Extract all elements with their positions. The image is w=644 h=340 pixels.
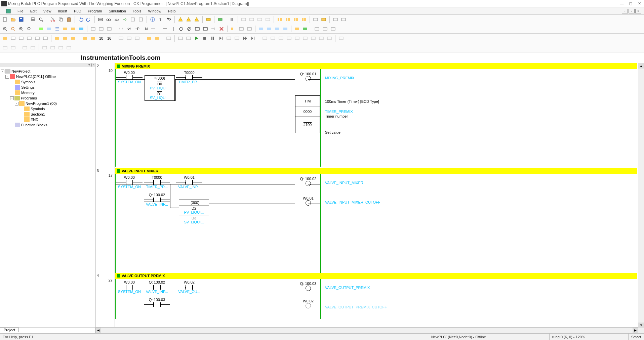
menu-file[interactable]: File <box>14 7 27 14</box>
toolbar-btn-35[interactable] <box>274 25 281 33</box>
toolbar-btn-34[interactable] <box>266 25 273 33</box>
goto-icon[interactable] <box>121 16 128 23</box>
contact-n-icon[interactable]: ↓N <box>142 25 149 33</box>
toolbar-btn-a25[interactable] <box>261 35 269 42</box>
toolbar-btn-a26[interactable] <box>269 35 277 42</box>
toolbar-btn-27[interactable] <box>150 25 157 33</box>
pause2-icon[interactable] <box>209 35 216 42</box>
rung3-contact-valve-inp[interactable]: W0.01/VALVE_INP... <box>176 175 202 189</box>
rung4-contact-valve-out[interactable]: W0.02/VALVE_OU... <box>176 280 202 294</box>
toolbar-btn-25[interactable] <box>97 25 105 33</box>
menu-help[interactable]: Help <box>165 7 179 14</box>
toolbar-btn-a5[interactable] <box>34 35 41 42</box>
toolbar-btn-26[interactable] <box>106 25 113 33</box>
tree-p-symbols[interactable]: Symbols <box>1 106 94 112</box>
toolbar-btn-a12[interactable]: 10 <box>97 35 105 42</box>
toolbar-btn-18[interactable] <box>320 16 327 23</box>
toolbar-btn-a23[interactable] <box>241 35 249 42</box>
toolbar-btn-a17[interactable] <box>153 35 161 42</box>
print-icon[interactable] <box>29 16 37 23</box>
minimize-button[interactable]: — <box>618 1 625 6</box>
tree-settings[interactable]: Settings <box>1 85 94 90</box>
toolbar-btn-b6[interactable] <box>49 44 56 51</box>
toolbar-btn-b2[interactable] <box>9 44 17 51</box>
pause-icon[interactable] <box>228 16 236 23</box>
rung3-branch-contact[interactable]: Q: 100.02VALVE_INP... <box>144 193 170 206</box>
rung4-coil-output-premix[interactable]: Q: 100.03 <box>295 282 321 291</box>
list-icon[interactable] <box>53 25 61 33</box>
rung3-contact-timer[interactable]: T0000TIMER_PR... <box>144 175 170 189</box>
toolbar-btn-a7[interactable] <box>53 35 61 42</box>
rung3-coil-cutoff[interactable]: W0.01 <box>295 196 321 206</box>
toolbar-btn-a14[interactable] <box>117 35 125 42</box>
menu-program[interactable]: Program <box>84 7 105 14</box>
info-icon[interactable]: i <box>149 16 156 23</box>
toolbar-btn-12[interactable] <box>264 16 272 23</box>
toolbar-btn-a11[interactable] <box>89 35 97 42</box>
toolbar-btn-21[interactable] <box>62 25 69 33</box>
contact-nc-icon[interactable] <box>125 25 133 33</box>
toolbar-btn-40[interactable] <box>321 25 329 33</box>
replace-icon[interactable]: ab <box>113 16 120 23</box>
rung3-header[interactable]: VALVE INPUT MIXER <box>115 168 637 174</box>
toolbar-btn-b5[interactable] <box>41 44 48 51</box>
menu-plc[interactable]: PLC <box>71 7 84 14</box>
rung4-contact-valve-inp[interactable]: Q: 100.02VALVE_INP... <box>144 280 170 294</box>
toolbar-btn-a21[interactable] <box>225 35 233 42</box>
close-button[interactable]: ✕ <box>636 1 643 6</box>
warning-icon[interactable] <box>177 16 184 23</box>
toolbar-btn-3[interactable] <box>137 16 145 23</box>
tree-memory[interactable]: Memory <box>1 90 94 95</box>
toolbar-btn-37[interactable] <box>293 25 301 33</box>
toolbar-btn-a10[interactable] <box>81 35 89 42</box>
toolbar-btn-36[interactable] <box>282 25 289 33</box>
zoom-in-icon[interactable] <box>17 25 25 33</box>
rung3-contact-system-on[interactable]: W0.00SYSTEM_ON <box>116 175 143 189</box>
ladder-editor[interactable]: 2 10 3 17 4 27 MIXING PREMIX W0.00SYSTEM… <box>95 63 644 333</box>
toolbar-btn-a15[interactable] <box>125 35 133 42</box>
toolbar-btn-a13[interactable]: 16 <box>106 35 113 42</box>
toolbar-btn-a28[interactable] <box>285 35 293 42</box>
maximize-button[interactable]: ▢ <box>627 1 634 6</box>
toolbar-btn-38[interactable] <box>301 25 309 33</box>
rung2-coil-mixing[interactable]: Q: 100.01 <box>295 72 321 81</box>
toolbar-btn-a16[interactable] <box>133 35 141 42</box>
tree-programs[interactable]: -Programs <box>1 95 94 101</box>
toolbar-btn-41[interactable] <box>329 25 337 33</box>
online-icon[interactable] <box>205 16 212 23</box>
toolbar-btn-31[interactable] <box>238 25 245 33</box>
panel-close-strip[interactable]: ▾ | × <box>0 63 95 67</box>
rung4-contact-system-on[interactable]: W0.00SYSTEM_ON <box>116 280 143 294</box>
hline-icon[interactable] <box>161 25 169 33</box>
coil-nc-icon[interactable] <box>186 25 193 33</box>
toolbar-btn-24[interactable] <box>89 25 97 33</box>
toolbar-btn-10[interactable] <box>248 16 255 23</box>
menu-insert[interactable]: Insert <box>54 7 71 14</box>
toolbar-btn-22[interactable] <box>70 25 77 33</box>
rung2-contact-timer[interactable]: T0000/TIMER_PR... <box>176 71 202 84</box>
toolbar-btn-a24[interactable] <box>249 35 257 42</box>
toolbar-btn-b1[interactable] <box>1 44 9 51</box>
open-icon[interactable] <box>9 16 17 23</box>
ladder-canvas[interactable]: MIXING PREMIX W0.00SYSTEM_ON =(300) D0PV… <box>115 63 638 327</box>
menu-tools[interactable]: Tools <box>129 7 145 14</box>
compile-icon[interactable] <box>145 35 153 42</box>
new-icon[interactable] <box>1 16 9 23</box>
toolbar-btn-a31[interactable] <box>310 35 317 42</box>
toolbar-btn-a20[interactable] <box>185 35 192 42</box>
toolbar-btn-a9[interactable] <box>70 35 77 42</box>
coil-icon[interactable] <box>177 25 185 33</box>
vertical-scrollbar[interactable]: ▲▼ <box>638 63 644 333</box>
contact-no-icon[interactable] <box>117 25 125 33</box>
toolbar-btn-a29[interactable] <box>293 35 301 42</box>
toolbar-btn-b7[interactable] <box>57 44 65 51</box>
toolbar-btn-a27[interactable] <box>277 35 285 42</box>
toolbar-btn-11[interactable] <box>256 16 264 23</box>
toolbar-btn-14[interactable] <box>284 16 291 23</box>
preview-icon[interactable] <box>37 16 45 23</box>
toolbar-btn-b4[interactable] <box>29 44 37 51</box>
toolbar-btn-a34[interactable] <box>337 35 345 42</box>
rung4-branch-contact[interactable]: Q: 100.03 <box>144 298 170 307</box>
mdi-restore-button[interactable]: ▫ <box>629 9 635 13</box>
menu-icon[interactable] <box>3 7 14 14</box>
